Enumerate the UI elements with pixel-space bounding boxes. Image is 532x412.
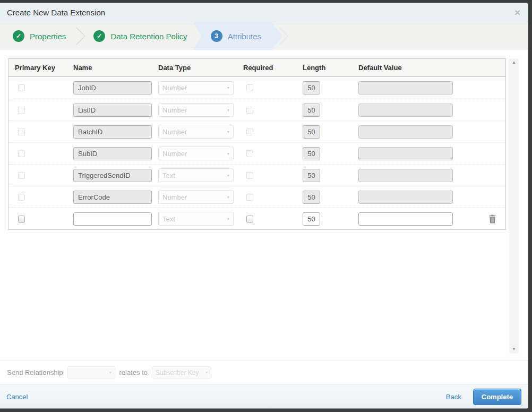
check-icon: ✓ xyxy=(13,30,24,42)
data-type-value: Number xyxy=(162,106,227,114)
vertical-scrollbar[interactable]: ▲ ▼ xyxy=(509,58,519,354)
step-attributes[interactable]: 3 Attributes xyxy=(194,22,282,50)
data-type-value: Text xyxy=(162,171,227,179)
dropdown-caret-icon: ▾ xyxy=(109,371,111,375)
required-checkbox xyxy=(246,172,253,179)
step-number-badge: 3 xyxy=(211,30,222,42)
data-type-value: Number xyxy=(162,193,227,201)
dropdown-caret-icon: ▾ xyxy=(227,217,229,221)
data-type-select: Number ▾ xyxy=(158,190,234,204)
dropdown-caret-icon: ▾ xyxy=(227,173,229,178)
table-header-row: Primary Key Name Data Type Required Leng… xyxy=(8,59,505,77)
column-header-primary-key: Primary Key xyxy=(8,64,67,72)
default-value-input xyxy=(358,125,453,139)
data-type-value: Number xyxy=(162,84,227,92)
default-value-input xyxy=(358,104,453,117)
primary-key-checkbox xyxy=(18,150,25,157)
name-input xyxy=(73,147,152,160)
table-body: Number ▾ xyxy=(8,77,505,229)
data-type-select: Text ▾ xyxy=(158,168,234,182)
relates-to-select: Subscriber Key ▾ xyxy=(152,366,211,379)
close-icon[interactable]: × xyxy=(514,7,520,18)
name-input[interactable] xyxy=(73,212,152,226)
primary-key-checkbox xyxy=(18,172,25,179)
create-data-extension-dialog: Create New Data Extension × ✓ Properties… xyxy=(0,3,528,409)
dropdown-caret-icon: ▾ xyxy=(227,195,229,200)
name-input xyxy=(73,125,152,139)
send-relationship-label: Send Relationship xyxy=(7,368,63,376)
attributes-table: Primary Key Name Data Type Required Leng… xyxy=(8,58,506,230)
required-checkbox xyxy=(246,150,253,157)
required-checkbox xyxy=(246,84,253,91)
cancel-link[interactable]: Cancel xyxy=(6,393,28,401)
attributes-panel: Primary Key Name Data Type Required Leng… xyxy=(0,50,528,360)
table-row: Number ▾ xyxy=(8,77,505,99)
default-value-input xyxy=(358,81,453,95)
table-row: Number ▾ xyxy=(8,142,505,164)
dropdown-caret-icon: ▾ xyxy=(227,130,229,134)
dropdown-caret-icon: ▾ xyxy=(206,371,208,375)
default-value-input xyxy=(358,191,453,204)
required-checkbox xyxy=(246,107,253,114)
scroll-up-icon[interactable]: ▲ xyxy=(512,61,516,65)
table-row: Number ▾ xyxy=(8,121,505,142)
step-label: Properties xyxy=(30,32,66,41)
required-checkbox xyxy=(246,194,253,201)
default-value-input xyxy=(358,147,453,160)
check-icon: ✓ xyxy=(93,30,105,42)
table-row: Number ▾ xyxy=(8,99,505,121)
data-type-select: Number ▾ xyxy=(158,147,234,160)
dropdown-caret-icon: ▾ xyxy=(227,108,229,113)
trash-icon[interactable] xyxy=(488,214,496,224)
data-type-select: Number ▾ xyxy=(158,81,234,95)
step-data-retention-policy[interactable]: ✓ Data Retention Policy xyxy=(86,22,201,50)
length-input xyxy=(303,81,320,95)
column-header-required: Required xyxy=(237,64,296,72)
data-type-value: Number xyxy=(162,128,227,136)
send-relationship-select: ▾ xyxy=(67,366,115,379)
primary-key-checkbox xyxy=(18,84,25,91)
name-input xyxy=(73,191,152,204)
back-link[interactable]: Back xyxy=(446,393,461,401)
primary-key-checkbox xyxy=(18,194,25,201)
required-checkbox[interactable] xyxy=(246,216,253,222)
length-input xyxy=(303,191,320,204)
relates-to-value: Subscriber Key xyxy=(156,369,203,376)
default-value-input[interactable] xyxy=(358,212,453,226)
wizard-steps: ✓ Properties ✓ Data Retention Policy 3 A… xyxy=(0,22,528,50)
primary-key-checkbox xyxy=(18,128,25,135)
primary-key-checkbox xyxy=(18,107,25,114)
dropdown-caret-icon: ▾ xyxy=(227,85,229,90)
length-input xyxy=(303,125,320,139)
dropdown-caret-icon: ▾ xyxy=(227,151,229,156)
length-input[interactable] xyxy=(303,212,320,226)
length-input xyxy=(303,147,320,160)
column-header-name: Name xyxy=(67,64,152,72)
table-row: Text ▾ xyxy=(8,208,505,229)
primary-key-checkbox[interactable] xyxy=(18,216,25,222)
send-relationship-row: Send Relationship ▾ relates to Subscribe… xyxy=(0,360,528,384)
length-input xyxy=(303,104,320,117)
complete-button[interactable]: Complete xyxy=(473,389,521,405)
scroll-down-icon[interactable]: ▼ xyxy=(512,347,516,351)
data-type-select: Number ▾ xyxy=(158,103,234,117)
step-label: Attributes xyxy=(228,32,261,41)
column-header-data-type: Data Type xyxy=(152,64,237,72)
relates-to-label: relates to xyxy=(119,368,148,376)
table-row: Text ▾ xyxy=(8,164,505,186)
column-header-default-value: Default Value xyxy=(352,64,481,72)
data-type-select: Text ▾ xyxy=(158,212,234,226)
data-type-select: Number ▾ xyxy=(158,125,234,139)
dialog-titlebar: Create New Data Extension × xyxy=(0,3,528,22)
table-row: Number ▾ xyxy=(8,186,505,208)
name-input xyxy=(73,104,152,117)
step-label: Data Retention Policy xyxy=(110,32,187,41)
required-checkbox xyxy=(246,128,253,135)
name-input xyxy=(73,169,152,182)
length-input xyxy=(303,169,320,182)
name-input xyxy=(73,81,152,95)
dialog-footer: Cancel Back Complete xyxy=(0,384,528,409)
column-header-length: Length xyxy=(296,64,352,72)
dialog-title: Create New Data Extension xyxy=(7,8,105,17)
data-type-value: Text xyxy=(162,215,227,223)
